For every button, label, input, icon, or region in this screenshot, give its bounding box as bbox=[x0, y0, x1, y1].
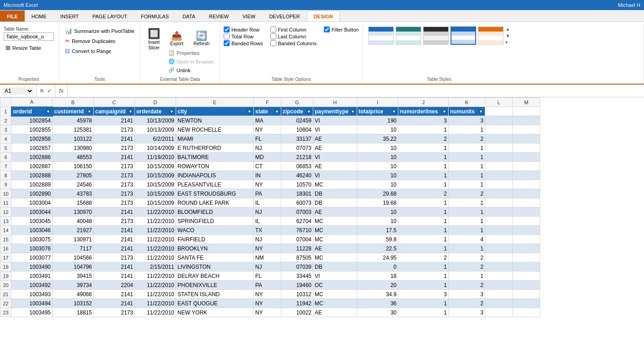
tab-view[interactable]: VIEW bbox=[236, 11, 262, 21]
cell[interactable]: 39415 bbox=[53, 272, 94, 281]
cell[interactable]: 30 bbox=[357, 308, 398, 317]
cell-empty-l[interactable] bbox=[485, 262, 513, 272]
cell[interactable]: NY bbox=[254, 244, 281, 253]
header-numorderlines[interactable]: numorderlines▾ bbox=[398, 107, 449, 116]
cell[interactable]: ROUND LAKE PARK bbox=[176, 198, 254, 208]
cell[interactable]: 2 bbox=[449, 189, 485, 198]
cell[interactable]: 2141 bbox=[94, 226, 135, 235]
cell[interactable]: DB bbox=[313, 198, 357, 208]
cell-empty-m[interactable] bbox=[513, 171, 540, 180]
cell-empty-l[interactable] bbox=[485, 308, 513, 317]
cell[interactable]: 27805 bbox=[53, 171, 94, 180]
cell[interactable]: NJ bbox=[254, 208, 281, 217]
cell[interactable]: 1 bbox=[449, 208, 485, 217]
cell[interactable]: NY bbox=[254, 125, 281, 134]
cell[interactable]: 24.95 bbox=[357, 253, 398, 262]
col-header-h[interactable]: H bbox=[313, 98, 357, 107]
cell[interactable]: 11942 bbox=[281, 299, 313, 308]
cell-empty-m[interactable] bbox=[513, 299, 540, 308]
cell-empty-l[interactable] bbox=[485, 153, 513, 162]
cell[interactable]: MC bbox=[313, 180, 357, 189]
cell-empty-m[interactable] bbox=[513, 217, 540, 226]
resize-table-btn[interactable]: ⊞ Resize Table bbox=[4, 43, 43, 52]
cell[interactable]: 0 bbox=[357, 262, 398, 272]
cell[interactable]: 21927 bbox=[53, 226, 94, 235]
cell[interactable]: 11/22/2010 bbox=[135, 217, 176, 226]
cell[interactable]: 2173 bbox=[94, 144, 135, 153]
cell-empty-l[interactable] bbox=[485, 134, 513, 144]
cell[interactable]: 2 bbox=[449, 253, 485, 262]
cell-empty-l[interactable] bbox=[485, 180, 513, 189]
cell[interactable]: BLOOMFIELD bbox=[176, 208, 254, 217]
cell[interactable]: 2 bbox=[449, 281, 485, 290]
unlink-btn[interactable]: 🔗 Unlink bbox=[166, 66, 216, 74]
cell[interactable]: TX bbox=[254, 226, 281, 235]
cell[interactable]: INDIANAPOLIS bbox=[176, 171, 254, 180]
last-column-checkbox[interactable] bbox=[270, 33, 276, 39]
customerid-dropdown[interactable]: ▾ bbox=[87, 109, 92, 114]
tab-page-layout[interactable]: PAGE LAYOUT bbox=[86, 11, 134, 21]
cell[interactable]: 1 bbox=[449, 144, 485, 153]
header-zipcode[interactable]: zipcode▾ bbox=[281, 107, 313, 116]
cell[interactable]: 1002887 bbox=[11, 162, 53, 171]
cell[interactable]: 1 bbox=[398, 162, 449, 171]
cell-empty-m[interactable] bbox=[513, 134, 540, 144]
cell[interactable]: 1003076 bbox=[11, 244, 53, 253]
spreadsheet-container[interactable]: A B C D E F G H I J K L M 1 orderid▾ bbox=[0, 97, 644, 362]
cell[interactable]: 1 bbox=[398, 262, 449, 272]
cell[interactable]: 45978 bbox=[53, 116, 94, 125]
cell-empty-m[interactable] bbox=[513, 125, 540, 134]
cell[interactable]: 130971 bbox=[53, 235, 94, 244]
cell[interactable]: 10/15/2009 bbox=[135, 171, 176, 180]
cell[interactable]: 1 bbox=[398, 217, 449, 226]
cell[interactable]: 1 bbox=[449, 171, 485, 180]
zipcode-dropdown[interactable]: ▾ bbox=[306, 109, 311, 114]
header-totalprice[interactable]: totalprice▾ bbox=[357, 107, 398, 116]
table-style-blue-banded[interactable] bbox=[368, 27, 394, 45]
cell[interactable]: 2 bbox=[449, 134, 485, 144]
cell-empty-m[interactable] bbox=[513, 253, 540, 262]
paymenttype-dropdown[interactable]: ▾ bbox=[350, 109, 355, 114]
cell[interactable]: 1003491 bbox=[11, 272, 53, 281]
cell-empty-l[interactable] bbox=[485, 290, 513, 299]
cell[interactable]: 2173 bbox=[94, 198, 135, 208]
col-header-d[interactable]: D bbox=[135, 98, 176, 107]
cell[interactable]: 3 bbox=[449, 116, 485, 125]
cell[interactable]: IL bbox=[254, 198, 281, 208]
cell-empty-l[interactable] bbox=[485, 226, 513, 235]
cell-empty-l[interactable] bbox=[485, 299, 513, 308]
totalprice-dropdown[interactable]: ▾ bbox=[392, 109, 397, 114]
table-style-teal[interactable] bbox=[396, 27, 421, 45]
header-orderid[interactable]: orderid▾ bbox=[11, 107, 53, 116]
cell[interactable]: 2173 bbox=[94, 162, 135, 171]
header-city[interactable]: city▾ bbox=[176, 107, 254, 116]
cell[interactable]: 10804 bbox=[281, 125, 313, 134]
cell[interactable]: 1 bbox=[449, 180, 485, 189]
cell[interactable]: 103122 bbox=[53, 134, 94, 144]
cell[interactable]: 10/15/2009 bbox=[135, 189, 176, 198]
cell[interactable]: 33137 bbox=[281, 134, 313, 144]
cell[interactable]: AE bbox=[313, 162, 357, 171]
tab-review[interactable]: REVIEW bbox=[202, 11, 236, 21]
cell-empty-l[interactable] bbox=[485, 162, 513, 171]
cell[interactable]: 20 bbox=[357, 281, 398, 290]
cell[interactable]: 11/22/2010 bbox=[135, 235, 176, 244]
cell-empty-m[interactable] bbox=[513, 235, 540, 244]
cell[interactable]: 1002888 bbox=[11, 171, 53, 180]
cell[interactable]: 6/2/2011 bbox=[135, 134, 176, 144]
cell[interactable]: 3 bbox=[398, 116, 449, 125]
tab-data[interactable]: DATA bbox=[176, 11, 202, 21]
header-customerid[interactable]: customerid▾ bbox=[53, 107, 94, 116]
cell[interactable]: DB bbox=[313, 189, 357, 198]
cell[interactable]: 190 bbox=[357, 116, 398, 125]
cell[interactable]: AE bbox=[313, 244, 357, 253]
cell[interactable]: NJ bbox=[254, 144, 281, 153]
cell[interactable]: 07003 bbox=[281, 208, 313, 217]
cell[interactable]: 22.5 bbox=[357, 244, 398, 253]
cell[interactable]: 10/15/2009 bbox=[135, 162, 176, 171]
cell[interactable]: 1 bbox=[449, 153, 485, 162]
table-styles-scroll-down[interactable]: ▼ bbox=[505, 33, 510, 38]
tab-design[interactable]: DESIGN bbox=[307, 11, 340, 21]
cell[interactable]: 2141 bbox=[94, 262, 135, 272]
cell[interactable]: MA bbox=[254, 116, 281, 125]
